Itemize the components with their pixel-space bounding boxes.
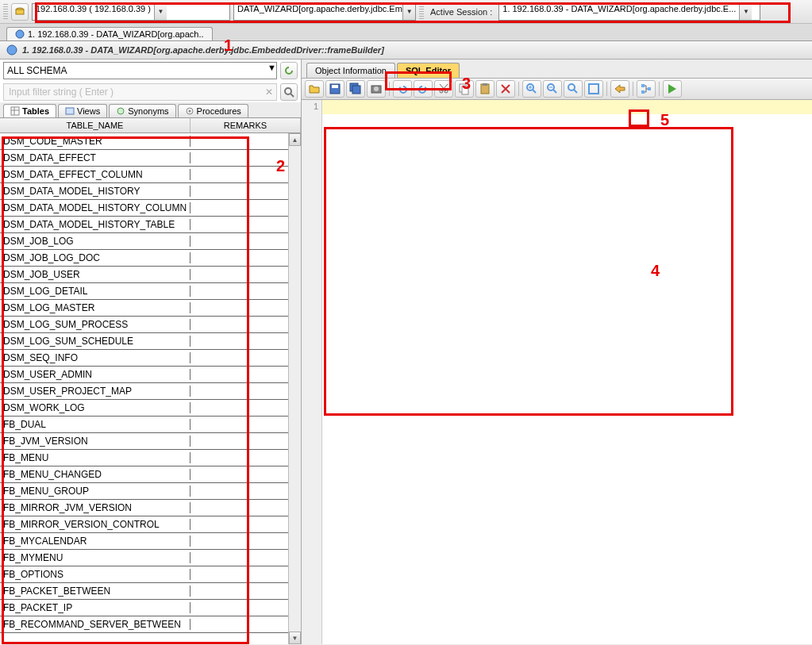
database-combo[interactable]: DATA_WIZARD[org.apache.derby.jdbc.Em ▼ [233, 3, 416, 21]
table-name-cell: FB_MENU [0, 452, 190, 463]
table-row[interactable]: FB_MENU_GROUP [0, 483, 288, 500]
table-row[interactable]: FB_PACKET_BETWEEN [0, 583, 288, 600]
table-name-cell: FB_MIRROR_JVM_VERSION [0, 502, 190, 513]
document-tabs: 1. 192.168.0.39 - DATA_WIZARD[org.apach.… [0, 24, 812, 41]
table-row[interactable]: DSM_SEQ_INFO [0, 350, 288, 367]
table-row[interactable]: FB_MIRROR_JVM_VERSION [0, 500, 288, 516]
filter-input[interactable]: Input filter string ( Enter ) ✕ [3, 83, 277, 101]
tab-tables[interactable]: Tables [3, 104, 56, 117]
synonym-icon [116, 106, 125, 116]
svg-line-26 [533, 90, 536, 93]
table-row[interactable]: DSM_DATA_EFFECT [0, 150, 288, 167]
chevron-down-icon[interactable]: ▼ [739, 4, 752, 20]
table-row[interactable]: DSM_LOG_SUM_SCHEDULE [0, 333, 288, 350]
zoomout-button[interactable] [543, 80, 562, 98]
tab-sql-editor[interactable]: SQL Editor [397, 63, 460, 78]
table-row[interactable]: DSM_DATA_MODEL_HISTORY_COLUMN [0, 200, 288, 217]
run-icon [666, 83, 679, 95]
table-row[interactable]: FB_OPTIONS [0, 566, 288, 583]
table-row[interactable]: DSM_LOG_SUM_PROCESS [0, 317, 288, 333]
zoomin-button[interactable] [522, 80, 541, 98]
schema-combo-text: ALL SCHEMA [4, 63, 267, 79]
cut-icon [437, 83, 450, 95]
open-button[interactable] [305, 80, 324, 98]
scroll-down-icon[interactable]: ▼ [289, 632, 301, 644]
table-name-cell: FB_RECOMMAND_SERVER_BETWEEN [0, 619, 190, 630]
search-button[interactable] [280, 83, 298, 101]
table-name-cell: DSM_DATA_EFFECT_COLUMN [0, 169, 190, 180]
redo-button[interactable] [414, 80, 433, 98]
nav-button[interactable] [610, 80, 629, 98]
svg-point-4 [285, 88, 291, 94]
run-button[interactable] [663, 80, 682, 98]
table-row[interactable]: DSM_CODE_MASTER [0, 133, 288, 150]
editor-textarea[interactable] [322, 100, 812, 644]
vertical-scrollbar[interactable]: ▲ ▼ [288, 133, 301, 644]
copy-button[interactable] [455, 80, 474, 98]
table-name-cell: DSM_LOG_DETAIL [0, 286, 190, 297]
saveall-icon [349, 83, 362, 95]
tab-views[interactable]: Views [58, 104, 107, 117]
tree-button[interactable] [637, 80, 656, 98]
table-row[interactable]: FB_MYMENU [0, 550, 288, 566]
col-table-name[interactable]: TABLE_NAME [0, 118, 190, 132]
table-row[interactable]: DSM_USER_PROJECT_MAP [0, 383, 288, 400]
table-row[interactable]: DSM_DATA_MODEL_HISTORY_TABLE [0, 217, 288, 233]
tab-object-information[interactable]: Object Information [306, 63, 395, 78]
chevron-down-icon[interactable]: ▼ [267, 63, 276, 79]
table-row[interactable]: DSM_DATA_MODEL_HISTORY [0, 183, 288, 200]
table-row[interactable]: DSM_DATA_EFFECT_COLUMN [0, 167, 288, 183]
table-row[interactable]: DSM_JOB_USER [0, 267, 288, 283]
col-remarks[interactable]: REMARKS [190, 118, 301, 132]
sql-editor-area[interactable]: 1 [302, 100, 812, 644]
svg-rect-6 [11, 107, 19, 115]
delete-button[interactable] [496, 80, 515, 98]
table-row[interactable]: DSM_LOG_MASTER [0, 300, 288, 317]
document-tab[interactable]: 1. 192.168.0.39 - DATA_WIZARD[org.apach.… [6, 27, 213, 40]
table-row[interactable]: FB_PACKET_IP [0, 600, 288, 616]
chevron-down-icon[interactable]: ▼ [402, 4, 415, 20]
table-name-cell: FB_MENU_GROUP [0, 486, 190, 497]
table-name-cell: DSM_DATA_MODEL_HISTORY_TABLE [0, 219, 190, 230]
save-button[interactable] [325, 80, 344, 98]
table-row[interactable]: FB_MENU [0, 450, 288, 466]
chevron-down-icon[interactable]: ▼ [154, 4, 167, 20]
undo-button[interactable] [393, 80, 412, 98]
table-name-cell: DSM_JOB_LOG [0, 236, 190, 247]
camera-button[interactable] [367, 80, 386, 98]
delete-icon [499, 83, 512, 95]
svg-point-3 [7, 45, 17, 55]
table-row[interactable]: FB_RECOMMAND_SERVER_BETWEEN [0, 616, 288, 633]
schema-combo[interactable]: ALL SCHEMA ▼ [3, 62, 277, 79]
table-row[interactable]: FB_MENU_CHANGED [0, 466, 288, 483]
table-row[interactable]: FB_DUAL [0, 417, 288, 433]
clear-icon[interactable]: ✕ [265, 86, 273, 98]
table-list-header: TABLE_NAME REMARKS [0, 118, 301, 133]
table-name-cell: DSM_JOB_USER [0, 269, 190, 280]
table-row[interactable]: DSM_JOB_LOG [0, 233, 288, 250]
tab-procedures[interactable]: Procedures [178, 104, 248, 117]
host-combo[interactable]: 192.168.0.39 ( 192.168.0.39 ) ▼ [32, 3, 230, 21]
table-row[interactable]: DSM_WORK_LOG [0, 400, 288, 417]
tab-synonyms[interactable]: Synonyms [109, 104, 175, 117]
table-row[interactable]: DSM_JOB_LOG_DOC [0, 250, 288, 267]
separator [389, 82, 390, 96]
editor-toolbar [302, 79, 812, 100]
cut-button[interactable] [434, 80, 453, 98]
object-browser: ALL SCHEMA ▼ Input filter string ( Enter… [0, 60, 302, 644]
table-row[interactable]: FB_JVM_VERSION [0, 433, 288, 450]
table-row[interactable]: DSM_USER_ADMIN [0, 367, 288, 383]
session-combo[interactable]: 1. 192.168.0.39 - DATA_WIZARD[org.apache… [498, 3, 760, 21]
scroll-up-icon[interactable]: ▲ [289, 133, 301, 146]
paste-button[interactable] [475, 80, 495, 98]
table-row[interactable]: DSM_LOG_DETAIL [0, 283, 288, 300]
svg-rect-14 [332, 85, 338, 88]
table-row[interactable]: FB_MIRROR_VERSION_CONTROL [0, 516, 288, 533]
saveall-button[interactable] [346, 80, 365, 98]
table-row[interactable]: FB_MYCALENDAR [0, 533, 288, 550]
zoomfit-button[interactable] [584, 80, 603, 98]
refresh-button[interactable] [280, 62, 298, 79]
new-connection-button[interactable] [11, 3, 29, 21]
zoomreset-button[interactable] [564, 80, 583, 98]
db-icon [6, 44, 17, 56]
